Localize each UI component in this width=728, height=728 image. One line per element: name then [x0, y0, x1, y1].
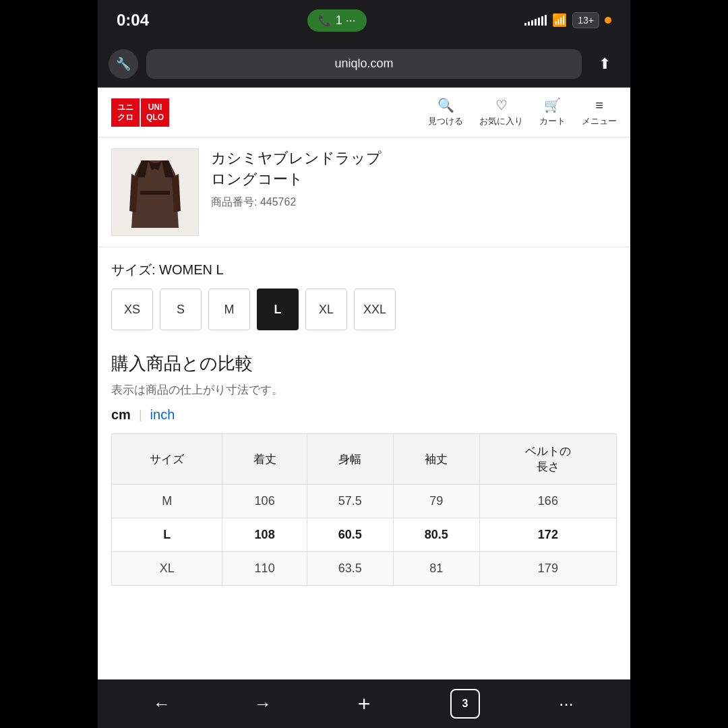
logo-block-jp: ユニクロ [111, 98, 140, 127]
table-header-belt: ベルトの長さ [479, 434, 616, 485]
back-icon: ← [153, 694, 171, 715]
table-header-size: サイズ [112, 434, 222, 485]
phone-icon: 📞 [318, 14, 332, 27]
tabs-button[interactable]: 3 [445, 687, 485, 721]
product-section: カシミヤブレンドラップロングコート 商品番号: 445762 [98, 138, 630, 247]
share-icon: ⬆ [599, 55, 611, 73]
table-row: M 106 57.5 79 166 [112, 485, 617, 518]
size-button-l[interactable]: L [257, 289, 299, 330]
sleeve-cell-l: 80.5 [393, 518, 479, 552]
table-header-width: 身幅 [307, 434, 393, 485]
belt-cell-l: 172 [479, 518, 616, 552]
size-button-xs[interactable]: XS [111, 289, 153, 330]
size-cell: M [112, 485, 222, 518]
table-header-sleeve: 袖丈 [393, 434, 479, 485]
nav-search[interactable]: 🔍 見つける [428, 97, 463, 127]
unit-toggle: cm | inch [111, 407, 617, 423]
table-header-length: 着丈 [222, 434, 307, 485]
heart-icon: ♡ [495, 97, 508, 113]
sleeve-cell-xl: 81 [393, 552, 479, 586]
web-content: ユニクロ UNIQLO 🔍 見つける ♡ お気に入り 🛒 カート ≡ [98, 88, 630, 679]
compare-subtitle: 表示は商品の仕上がり寸法です。 [111, 382, 617, 398]
nav-favorites[interactable]: ♡ お気に入り [479, 97, 523, 127]
belt-cell-xl: 179 [479, 552, 616, 586]
more-icon: ··· [559, 694, 574, 715]
table-row-xl: XL 110 63.5 81 179 [112, 552, 617, 586]
unit-divider: | [139, 408, 142, 422]
size-buttons: XS S M L XL XXL [111, 289, 617, 330]
nav-cart-label: カート [539, 115, 566, 127]
nav-cart[interactable]: 🛒 カート [539, 97, 566, 127]
length-cell: 106 [222, 485, 307, 518]
logo-block-en: UNIQLO [141, 98, 169, 127]
status-time: 0:04 [117, 11, 149, 30]
cart-icon: 🛒 [544, 97, 561, 113]
width-cell-xl: 63.5 [307, 552, 393, 586]
nav-menu-label: メニュー [582, 115, 617, 127]
wifi-icon: 📶 [552, 13, 567, 28]
browser-bar: 🔧 uniqlo.com ⬆ [98, 40, 630, 88]
forward-icon: → [254, 694, 272, 715]
uniqlo-logo[interactable]: ユニクロ UNIQLO [111, 98, 169, 127]
nav-menu[interactable]: ≡ メニュー [582, 98, 617, 127]
size-button-xl[interactable]: XL [305, 289, 347, 330]
product-number: 商品番号: 445762 [211, 195, 617, 210]
width-cell: 57.5 [307, 485, 393, 518]
menu-icon: ≡ [595, 98, 603, 113]
coat-illustration [128, 154, 182, 231]
status-bar: 0:04 📞 1 ··· 📶 13+ [98, 0, 630, 40]
compare-section: 購入商品との比較 表示は商品の仕上がり寸法です。 cm | inch サイズ 着… [98, 341, 630, 597]
size-button-xxl[interactable]: XXL [354, 289, 396, 330]
battery-indicator: 13+ [572, 12, 599, 28]
unit-cm-button[interactable]: cm [111, 407, 131, 423]
add-tab-button[interactable]: + [344, 687, 384, 721]
size-cell-xl: XL [112, 552, 222, 586]
site-nav: 🔍 見つける ♡ お気に入り 🛒 カート ≡ メニュー [428, 97, 617, 127]
unit-inch-button[interactable]: inch [150, 407, 175, 423]
nav-search-label: 見つける [428, 115, 463, 127]
url-text: uniqlo.com [334, 57, 393, 71]
compare-title: 購入商品との比較 [111, 352, 617, 375]
nav-favorites-label: お気に入り [479, 115, 523, 127]
more-button[interactable]: ··· [546, 687, 586, 721]
sleeve-cell: 79 [393, 485, 479, 518]
status-right: 📶 13+ [524, 12, 611, 28]
product-image[interactable] [111, 148, 199, 236]
size-table: サイズ 着丈 身幅 袖丈 ベルトの長さ M 106 57.5 79 166 [111, 433, 617, 586]
size-button-m[interactable]: M [208, 289, 250, 330]
plus-icon: + [358, 692, 371, 717]
share-button[interactable]: ⬆ [590, 49, 619, 79]
search-icon: 🔍 [437, 97, 454, 113]
size-button-s[interactable]: S [160, 289, 202, 330]
width-cell-l: 60.5 [307, 518, 393, 552]
length-cell-xl: 110 [222, 552, 307, 586]
size-cell-l: L [112, 518, 222, 552]
size-label: サイズ: WOMEN L [111, 261, 617, 279]
browser-extension-button[interactable]: 🔧 [109, 49, 138, 79]
tabs-count: 3 [462, 698, 468, 710]
product-info: カシミヤブレンドラップロングコート 商品番号: 445762 [211, 148, 617, 236]
belt-cell: 166 [479, 485, 616, 518]
url-bar[interactable]: uniqlo.com [146, 49, 582, 79]
tabs-count-badge: 3 [450, 689, 480, 719]
product-name: カシミヤブレンドラップロングコート [211, 148, 617, 190]
size-section: サイズ: WOMEN L XS S M L XL XXL [98, 247, 630, 341]
call-indicator: 📞 1 ··· [307, 9, 367, 32]
table-row-selected: L 108 60.5 80.5 172 [112, 518, 617, 552]
orange-dot-indicator [605, 17, 611, 24]
svg-rect-0 [140, 191, 170, 195]
call-pill: 📞 1 ··· [307, 9, 367, 32]
length-cell-l: 108 [222, 518, 307, 552]
call-text: 1 ··· [336, 13, 356, 28]
browser-bottom-nav: ← → + 3 ··· [98, 679, 630, 728]
extension-icon: 🔧 [116, 57, 131, 71]
forward-button[interactable]: → [243, 687, 283, 721]
back-button[interactable]: ← [142, 687, 182, 721]
site-header: ユニクロ UNIQLO 🔍 見つける ♡ お気に入り 🛒 カート ≡ [98, 88, 630, 138]
signal-icon [524, 15, 547, 26]
